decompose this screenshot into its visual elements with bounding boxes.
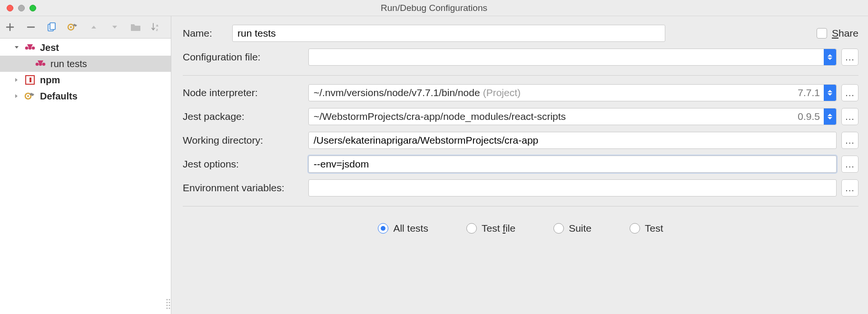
radio-off-icon (630, 223, 640, 234)
jest-options-input[interactable] (308, 156, 837, 173)
scope-all-tests-label: All tests (393, 223, 428, 234)
jest-icon (34, 59, 47, 69)
radio-off-icon (466, 223, 477, 234)
svg-text:z: z (156, 28, 158, 32)
dropdown-arrow-icon (824, 85, 836, 101)
sidebar-toolbar: az (0, 16, 171, 38)
window-title: Run/Debug Configurations (0, 3, 868, 13)
edit-defaults-button[interactable] (67, 21, 79, 33)
configurations-sidebar: az Jest run tests (0, 16, 171, 314)
configurations-tree: Jest run tests npm (0, 38, 171, 314)
copy-configuration-button[interactable] (46, 21, 58, 33)
sort-alpha-button[interactable]: az (150, 21, 163, 33)
svg-point-18 (167, 302, 168, 304)
svg-point-17 (169, 299, 170, 301)
jest-package-label: Jest package: (183, 111, 302, 122)
test-scope-radios: All tests Test file Suite Test (183, 223, 858, 234)
dropdown-arrow-icon (824, 49, 836, 65)
jest-package-browse-button[interactable]: ... (841, 108, 858, 125)
svg-point-11 (42, 63, 46, 66)
svg-rect-1 (50, 23, 55, 29)
tree-node-label: Defaults (40, 91, 78, 102)
npm-icon (24, 75, 36, 85)
jest-options-label: Jest options: (183, 158, 302, 170)
radio-on-icon (378, 223, 388, 234)
tree-node-label: npm (40, 75, 60, 86)
scope-suite-radio[interactable]: Suite (553, 223, 592, 234)
jest-package-dropdown[interactable]: ~/WebstormProjects/cra-app/node_modules/… (308, 108, 837, 125)
svg-point-20 (167, 305, 168, 306)
svg-point-23 (169, 308, 170, 309)
tree-node-defaults[interactable]: Defaults (0, 88, 171, 104)
svg-point-19 (169, 302, 170, 304)
node-interpreter-version: 7.7.1 (798, 87, 820, 98)
svg-point-16 (167, 299, 168, 301)
titlebar: Run/Debug Configurations (0, 0, 868, 16)
svg-rect-13 (30, 78, 31, 82)
tree-node-label: run tests (50, 59, 87, 69)
jest-icon (24, 42, 36, 53)
env-vars-label: Environment variables: (183, 182, 302, 194)
move-down-button[interactable] (108, 21, 121, 33)
working-directory-input[interactable] (308, 132, 837, 149)
form-divider (183, 75, 858, 76)
radio-off-icon (553, 223, 564, 234)
form-divider (183, 206, 858, 206)
share-checkbox-group[interactable]: Share (817, 28, 858, 39)
svg-text:a: a (156, 23, 158, 28)
scope-test-file-label: Test file (482, 223, 515, 234)
svg-point-15 (27, 95, 29, 97)
tree-node-label: Jest (40, 42, 59, 53)
move-up-button[interactable] (88, 21, 100, 33)
env-vars-input[interactable] (308, 179, 837, 196)
node-interpreter-value: ~/.nvm/versions/node/v7.7.1/bin/node (314, 87, 480, 98)
node-interpreter-browse-button[interactable]: ... (841, 84, 858, 101)
zoom-window-button[interactable] (30, 5, 36, 11)
node-interpreter-label: Node interpreter: (183, 87, 302, 98)
svg-point-21 (169, 305, 170, 306)
scope-test-file-radio[interactable]: Test file (466, 223, 515, 234)
scope-test-label: Test (645, 223, 663, 234)
scope-test-radio[interactable]: Test (630, 223, 663, 234)
tree-node-run-tests[interactable]: run tests (0, 56, 171, 72)
configuration-file-dropdown[interactable] (308, 49, 837, 66)
env-vars-edit-button[interactable]: ... (841, 179, 858, 196)
close-window-button[interactable] (7, 5, 13, 11)
window-controls (7, 5, 36, 11)
svg-point-9 (36, 63, 39, 66)
configuration-file-browse-button[interactable]: ... (841, 49, 858, 66)
configuration-file-label: Configuration file: (183, 51, 302, 63)
dropdown-arrow-icon (824, 108, 836, 125)
name-label: Name: (183, 28, 226, 39)
share-checkbox[interactable] (817, 28, 827, 39)
node-interpreter-hint: (Project) (483, 87, 521, 98)
wrench-icon (24, 91, 36, 101)
tree-node-jest[interactable]: Jest (0, 39, 171, 56)
add-configuration-button[interactable] (4, 21, 16, 33)
working-directory-browse-button[interactable]: ... (841, 132, 858, 149)
resize-grip-icon[interactable] (166, 298, 171, 311)
svg-point-3 (70, 26, 72, 28)
working-directory-label: Working directory: (183, 135, 302, 146)
minimize-window-button[interactable] (18, 5, 25, 11)
configuration-form: Name: Share Configuration file: ... Node… (171, 16, 868, 314)
name-input[interactable] (232, 25, 665, 42)
chevron-down-icon (13, 45, 20, 50)
jest-options-expand-button[interactable]: ... (841, 156, 858, 173)
svg-point-6 (25, 47, 29, 50)
chevron-right-icon (13, 93, 20, 99)
chevron-right-icon (13, 77, 20, 83)
share-label: Share (832, 28, 858, 39)
svg-point-22 (167, 308, 168, 309)
scope-all-tests-radio[interactable]: All tests (378, 223, 428, 234)
node-interpreter-dropdown[interactable]: ~/.nvm/versions/node/v7.7.1/bin/node (Pr… (308, 84, 837, 101)
svg-point-8 (32, 47, 35, 50)
jest-package-version: 0.9.5 (798, 111, 820, 122)
remove-configuration-button[interactable] (25, 21, 37, 33)
jest-package-value: ~/WebstormProjects/cra-app/node_modules/… (314, 111, 566, 122)
scope-suite-label: Suite (569, 223, 592, 234)
tree-node-npm[interactable]: npm (0, 72, 171, 88)
folder-button[interactable] (129, 21, 142, 33)
